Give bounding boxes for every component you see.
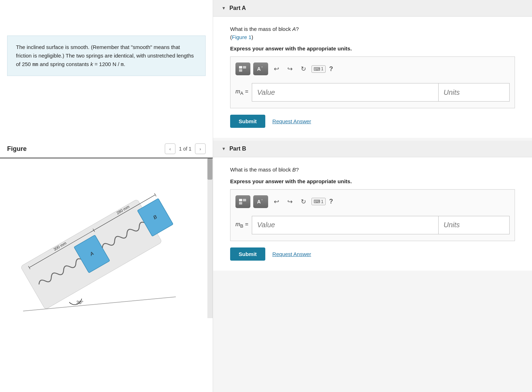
- part-a-help-btn[interactable]: ?: [329, 65, 333, 73]
- part-a-question: What is the mass of block A? (Figure 1): [230, 25, 515, 41]
- left-panel: The inclined surface is smooth. (Remembe…: [0, 0, 213, 392]
- part-b-header[interactable]: ▼ Part B: [213, 141, 532, 157]
- svg-rect-14: [239, 66, 242, 69]
- part-b-undo-btn[interactable]: ↩: [271, 196, 282, 207]
- part-a-section: ▼ Part A What is the mass of block A? (F…: [213, 0, 532, 138]
- part-b-instruction: Express your answer with the appropriate…: [230, 178, 515, 184]
- svg-rect-20: [243, 199, 246, 201]
- part-a-redo-btn[interactable]: ↪: [284, 64, 295, 74]
- part-a-text-icon-btn[interactable]: A °: [253, 62, 268, 75]
- figure-prev-button[interactable]: ‹: [165, 143, 175, 154]
- svg-rect-19: [239, 199, 242, 201]
- part-b-input-row: mB =: [235, 216, 510, 234]
- figure-scrollbar-track: [207, 158, 212, 318]
- part-a-value-input[interactable]: [252, 83, 439, 102]
- part-b-toolbar: A ° ↩ ↪ ↻ ⌨ 1 ?: [235, 195, 510, 211]
- figure-next-button[interactable]: ›: [195, 143, 206, 154]
- part-b-input-label: mB =: [235, 221, 248, 229]
- part-a-input-row: mA =: [235, 83, 510, 102]
- part-a-submit-button[interactable]: Submit: [230, 115, 265, 128]
- part-a-header[interactable]: ▼ Part A: [213, 0, 532, 17]
- part-b-section: ▼ Part B What is the mass of block B? Ex…: [213, 141, 532, 271]
- figure-header: Figure ‹ 1 of 1 ›: [0, 140, 213, 158]
- part-a-toolbar: A ° ↩ ↪ ↻ ⌨ 1 ?: [235, 62, 510, 78]
- part-b-help-btn[interactable]: ?: [329, 198, 333, 205]
- part-a-kbd-btn[interactable]: ⌨ 1: [311, 65, 326, 73]
- info-text: The inclined surface is smooth. (Remembe…: [16, 44, 194, 67]
- part-a-label: Part A: [229, 5, 246, 11]
- part-b-value-input[interactable]: [252, 216, 439, 234]
- part-b-units-input[interactable]: [439, 216, 510, 234]
- svg-text:°: °: [261, 66, 263, 70]
- part-a-request-answer-button[interactable]: Request Answer: [272, 118, 311, 124]
- part-a-answer-box: A ° ↩ ↪ ↻ ⌨ 1 ? mA =: [230, 56, 515, 108]
- part-b-question: What is the mass of block B?: [230, 166, 515, 174]
- svg-rect-15: [243, 66, 246, 69]
- part-b-submit-button[interactable]: Submit: [230, 247, 265, 261]
- part-b-request-answer-button[interactable]: Request Answer: [272, 251, 311, 257]
- part-a-matrix-icon-btn[interactable]: [235, 62, 250, 75]
- figure-diagram: A B 300 mm 280 mm 30°: [0, 158, 199, 318]
- figure-section: Figure ‹ 1 of 1 ›: [0, 140, 213, 318]
- part-b-action-row: Submit Request Answer: [230, 247, 515, 261]
- part-a-units-input[interactable]: [439, 83, 510, 102]
- part-a-content: What is the mass of block A? (Figure 1) …: [213, 17, 532, 138]
- part-a-input-label: mA =: [235, 88, 248, 96]
- part-a-action-row: Submit Request Answer: [230, 115, 515, 128]
- part-b-content: What is the mass of block B? Express you…: [213, 157, 532, 271]
- svg-text:A: A: [257, 66, 261, 72]
- part-b-collapse-icon[interactable]: ▼: [222, 146, 226, 151]
- part-b-reset-btn[interactable]: ↻: [298, 196, 309, 207]
- part-b-matrix-icon-btn[interactable]: [235, 195, 250, 208]
- part-a-undo-btn[interactable]: ↩: [271, 64, 282, 74]
- part-b-answer-box: A ° ↩ ↪ ↻ ⌨ 1 ? mB =: [230, 189, 515, 241]
- figure-image-area: A B 300 mm 280 mm 30°: [0, 158, 213, 318]
- part-a-collapse-icon[interactable]: ▼: [222, 6, 226, 11]
- part-b-redo-btn[interactable]: ↪: [284, 196, 295, 207]
- info-box: The inclined surface is smooth. (Remembe…: [7, 36, 206, 76]
- svg-text:°: °: [261, 199, 263, 202]
- svg-text:A: A: [257, 199, 261, 205]
- svg-line-10: [154, 193, 156, 196]
- part-b-text-icon-btn[interactable]: A °: [253, 195, 268, 208]
- figure-1-link-a[interactable]: Figure 1: [232, 34, 251, 40]
- svg-rect-21: [239, 202, 242, 205]
- right-panel: ▼ Part A What is the mass of block A? (F…: [213, 0, 532, 392]
- figure-page-indicator: 1 of 1: [179, 146, 191, 152]
- svg-rect-16: [239, 69, 242, 72]
- part-a-instruction: Express your answer with the appropriate…: [230, 45, 515, 51]
- figure-title: Figure: [7, 145, 27, 153]
- figure-scrollbar-thumb[interactable]: [207, 158, 212, 180]
- part-a-reset-btn[interactable]: ↻: [298, 64, 309, 74]
- figure-nav: ‹ 1 of 1 ›: [165, 143, 206, 154]
- part-b-label: Part B: [229, 146, 246, 152]
- part-b-kbd-btn[interactable]: ⌨ 1: [311, 198, 326, 205]
